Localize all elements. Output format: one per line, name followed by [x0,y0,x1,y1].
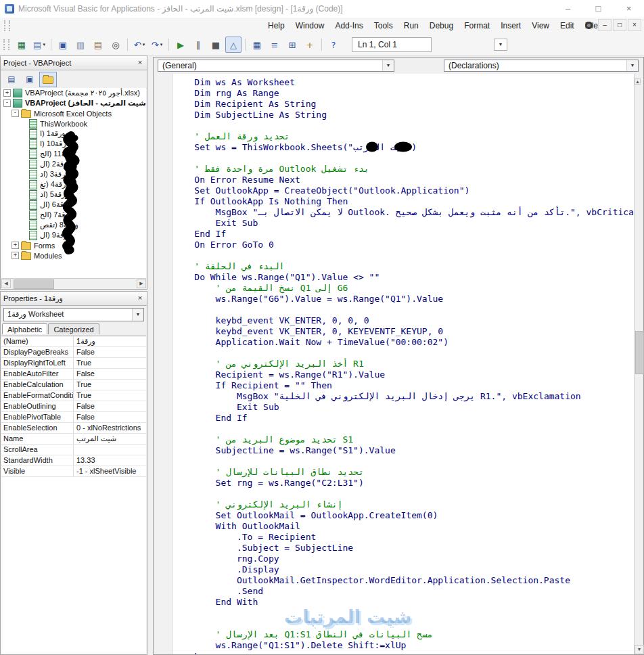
toolbox-button[interactable]: + [302,37,318,53]
tree-item-sheet-2[interactable]: ورقة2 (ال [1,159,146,169]
menu-item-debug[interactable]: Debug [424,19,459,32]
tree-item-thisworkbook[interactable]: ThisWorkbook [1,118,146,129]
properties-window-button[interactable]: ≡ [267,37,283,53]
project-panel-header[interactable]: Project - VBAProject × [1,56,147,70]
property-value[interactable]: True [74,390,146,401]
property-value[interactable]: 0 - xlNoRestrictions [74,423,146,433]
tree-item-sheet-8[interactable]: ورقة8 (تقص [1,220,146,230]
object-selector-dropdown[interactable]: ورقة1 Worksheet ▼ [3,308,144,321]
view-code-button[interactable]: ▤ [3,72,20,87]
tree-item-vbaproject-2[interactable]: -VBAProject (شيت المرتب - الحافز) [1,98,146,108]
view-object-button[interactable]: ▣ [21,72,39,87]
vscroll-thumb[interactable] [635,331,644,374]
tree-item-modules[interactable]: +Modules [1,250,146,261]
tree-item-sheet-9[interactable]: ورقة9 (ال [1,230,146,240]
expand-icon[interactable]: + [12,252,19,259]
project-panel-close-icon[interactable]: × [135,58,145,68]
break-button[interactable]: ‖ [190,37,206,53]
chevron-down-icon[interactable]: ▼ [626,60,638,71]
object-dropdown[interactable]: (General) ▼ [158,60,394,72]
procedure-dropdown[interactable]: (Declarations) ▼ [444,60,639,72]
menu-item-tools[interactable]: Tools [369,19,398,32]
tree-item-sheet-4[interactable]: ورقة4 (تغ [1,179,146,189]
child-restore-button[interactable]: □ [613,19,626,31]
menubar-grip[interactable] [4,20,10,31]
object-browser-button[interactable]: ⊞ [284,37,300,53]
property-value[interactable]: -1 - xlSheetVisible [74,466,146,476]
child-close-button[interactable]: × [628,19,641,31]
child-minimize-button[interactable]: – [598,19,612,31]
menu-item-insert[interactable]: Insert [495,19,526,32]
tree-item-sheet-7[interactable]: ورقة7 (الح [1,210,146,220]
tree-item-sheet-1[interactable]: ورقة1 (ا [1,129,146,139]
scroll-right-icon[interactable]: ▶ [137,279,146,288]
tree-item-sheet-6[interactable]: ورقة6 (ال [1,200,146,210]
tree-item-sheet-10[interactable]: ورقة10 (ا [1,139,146,149]
toolbar-grip[interactable] [3,39,9,50]
chevron-down-icon[interactable]: ▼ [132,309,143,321]
maximize-button[interactable]: □ [583,0,614,18]
property-value[interactable]: False [74,369,146,379]
properties-panel-close-icon[interactable]: × [135,293,145,304]
toggle-folders-button[interactable] [39,72,57,87]
hscroll-thumb[interactable] [14,279,54,289]
property-value[interactable]: False [74,401,146,411]
menu-item-window[interactable]: Window [290,19,330,32]
run-button[interactable]: ▶ [172,37,189,53]
redo-button[interactable]: ↷▾ [149,37,165,53]
menu-item-run[interactable]: Run [398,19,424,32]
property-value[interactable]: شيت المرتب [74,434,146,444]
property-value[interactable]: False [74,347,146,357]
collapse-icon[interactable]: - [3,99,11,107]
design-mode-button[interactable]: △ [225,37,242,53]
tree-item-forms[interactable]: +Forms [1,240,146,250]
property-value[interactable] [74,445,146,455]
scroll-left-icon[interactable]: ◀ [1,279,11,288]
tree-item-excel-objects[interactable]: -Microsoft Excel Objects [1,108,146,118]
tab-categorized[interactable]: Categorized [48,323,99,334]
undo-button[interactable]: ↶▾ [131,37,147,53]
save-button[interactable]: ▣ [55,37,71,53]
tree-item-sheet-3[interactable]: ورقة3 (اد [1,169,146,179]
view-excel-button[interactable]: ▦ [14,37,30,53]
property-value[interactable]: ورقة1 [74,336,146,346]
paste-button[interactable]: ▤ [90,37,106,53]
scroll-down-icon[interactable]: ▼ [635,645,644,654]
tree-item-label: ورقة5 (اد [40,190,69,199]
tree-item-vbaproject-1[interactable]: +VBAProject (أجور ٢٠٢٥ مجمعة.xlsx) [1,88,146,98]
tree-item-sheet-5[interactable]: ورقة5 (اد [1,189,146,200]
minimize-button[interactable]: – [553,0,583,18]
chevron-down-icon[interactable]: ▼ [382,60,394,71]
menu-item-view[interactable]: View [526,19,555,32]
property-value[interactable]: 13.33 [74,455,146,466]
find-button[interactable]: ◎ [108,37,124,53]
tab-alphabetic[interactable]: Alphabetic [2,323,47,334]
menu-item-add-ins[interactable]: Add-Ins [329,19,368,32]
menu-item-help[interactable]: Help [262,19,290,32]
menu-item-format[interactable]: Format [459,19,495,32]
insert-userform-button[interactable]: ▤▾ [31,37,47,53]
code-line [173,250,634,261]
copy-button[interactable]: ▥ [72,37,89,53]
close-button[interactable]: × [614,0,644,18]
toolbar-options-dropdown[interactable]: ▼ [494,39,507,51]
project-icon [13,99,22,108]
scroll-up-icon[interactable]: ▲ [635,78,641,85]
menu-item-edit[interactable]: Edit [555,19,580,32]
tree-item-sheet-11[interactable]: ورقة11 (الج [1,149,146,159]
reset-button[interactable]: ■ [208,37,224,53]
object-selector-value: ورقة1 Worksheet [7,310,64,318]
property-value[interactable]: False [74,412,146,422]
property-value[interactable]: True [74,380,146,390]
expand-icon[interactable]: + [12,242,19,249]
project-explorer-button[interactable]: ▦ [249,37,265,53]
properties-panel-header[interactable]: Properties - ورقة1 × [1,292,147,306]
view-code-icon: ▤ [7,74,15,84]
code-editor[interactable]: Dim ws As Worksheet Dim rng As Range Dim… [154,74,634,654]
expand-icon[interactable]: + [3,89,11,97]
property-value[interactable]: True [74,358,146,368]
collapse-icon[interactable]: - [12,110,19,117]
project-tree-hscrollbar[interactable]: ◀ ▶ [1,279,146,288]
code-vscrollbar[interactable]: ▲ ▼ [634,74,643,654]
help-button[interactable]: ? [325,37,342,53]
